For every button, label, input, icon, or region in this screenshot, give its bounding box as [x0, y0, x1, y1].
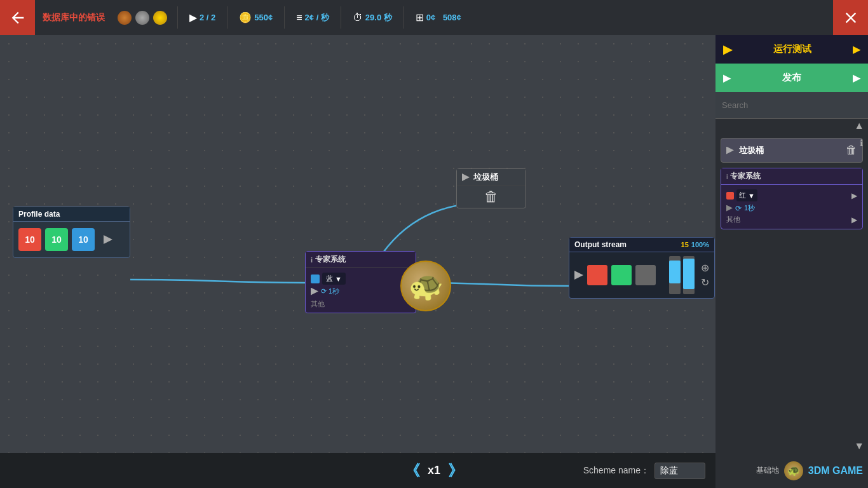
separator5 — [403, 6, 404, 29]
profile-play-button[interactable] — [104, 235, 112, 244]
gold-medal — [153, 11, 167, 25]
separator — [177, 6, 178, 29]
output-green-block — [611, 265, 632, 285]
panel-timer-val: 1秒 — [744, 203, 755, 213]
mascot-character: 🐢 — [400, 261, 451, 311]
output-gray-block — [635, 265, 656, 285]
topbar-right — [833, 0, 868, 35]
trash-node-header: 垃圾桶 — [457, 169, 526, 186]
canvas-area[interactable]: Profile data 10 10 10 i 专家系统 蓝 ▼ — [0, 35, 715, 453]
panel-expert-info: i — [726, 173, 728, 180]
slider-bar-2 — [683, 256, 695, 294]
expert-color-indicator — [311, 274, 320, 283]
zoom-increase-button[interactable]: 》 — [448, 461, 463, 481]
panel-expert-body: 红 ▼ ▶ ⟳ 1秒 其他 ▶ — [721, 185, 862, 229]
profile-val-blue: 10 — [72, 228, 95, 251]
scroll-down-button[interactable]: ▼ — [715, 439, 868, 453]
stat-coins: 🪙 550¢ — [233, 11, 279, 24]
logo-3dm-text: 3DM GAME — [808, 465, 863, 477]
panel-expert-color-dot — [726, 192, 734, 200]
logo-base-text: 基础地 — [756, 465, 779, 476]
expert-color-dropdown[interactable]: 蓝 ▼ — [322, 273, 346, 285]
bottombar: 《 x1 》 Scheme name： 基础地 🐢 3DM GAME — [0, 453, 868, 488]
scheme-name-area: Scheme name： — [573, 453, 715, 488]
bronze-medal — [118, 11, 132, 25]
expert-play-button[interactable] — [311, 288, 318, 295]
panel-info-icon[interactable]: ℹ — [860, 138, 863, 148]
profile-node-header: Profile data — [13, 207, 130, 222]
panel-trash-card: 垃圾桶 🗑 — [721, 138, 863, 163]
exit-button[interactable] — [833, 0, 868, 35]
zoom-level: x1 — [428, 464, 440, 477]
output-node-body: ⊕ ↻ — [569, 252, 714, 298]
output-sliders — [669, 256, 695, 294]
search-input[interactable] — [722, 100, 862, 110]
expert-info-icon: i — [311, 256, 313, 264]
panel-expert-arrow[interactable]: ▶ — [851, 191, 857, 200]
refresh-icon[interactable]: ↻ — [701, 276, 709, 288]
run-test-button[interactable]: ▶ 运行测试 ▶ — [715, 35, 868, 64]
zoom-decrease-button[interactable]: 《 — [405, 461, 420, 481]
run-test-label: 运行测试 — [773, 43, 811, 55]
output-stats: 15 100% — [681, 241, 709, 248]
panel-trash-icon: 🗑 — [846, 144, 857, 157]
expert-color-row: 蓝 ▼ — [311, 273, 410, 285]
topbar: 数据库中的错误 ▶ 2 / 2 🪙 550¢ ≡ 2¢ / 秒 ⏱ 29.0 秒… — [0, 0, 868, 35]
logo-mascot: 🐢 — [784, 461, 803, 480]
panel-timer-row: ⟳ 1秒 — [726, 203, 857, 213]
panel-expert-card: i 专家系统 红 ▼ ▶ ⟳ 1秒 — [721, 168, 863, 229]
trash-node: 垃圾桶 🗑 — [456, 168, 526, 208]
expert-timer: ⟳ 1秒 — [321, 287, 339, 296]
mascot-face: 🐢 — [409, 269, 444, 302]
profile-val-green: 10 — [45, 228, 68, 251]
output-stream-node: Output stream 15 100% ⊕ ↻ — [569, 237, 715, 299]
run-play-icon-right: ▶ — [853, 44, 860, 55]
timer-icon: ⏱ — [353, 12, 363, 24]
silver-medal — [135, 11, 149, 25]
back-button[interactable] — [0, 0, 35, 35]
zoom-nav: 《 x1 》 — [405, 461, 463, 481]
output-icon-area: ⊕ ↻ — [701, 262, 709, 288]
expert-other-label: 其他 — [311, 298, 410, 310]
stat-cost: ⊞ 0¢ 508¢ — [409, 11, 468, 24]
separator4 — [341, 6, 341, 29]
panel-scroll-area[interactable]: ℹ 垃圾桶 🗑 i 专家系统 红 ▼ — [715, 133, 868, 439]
profile-dots: 10 10 10 — [13, 222, 130, 257]
expert-node-header: i 专家系统 — [306, 252, 416, 268]
scroll-up-button[interactable]: ▲ — [715, 119, 868, 133]
trash-play-button[interactable] — [462, 173, 470, 181]
bottom-logo: 基础地 🐢 3DM GAME — [715, 453, 868, 488]
publish-label: 发布 — [782, 72, 801, 84]
waves-icon: ▶ — [189, 11, 197, 24]
cost-icon: ⊞ — [416, 11, 424, 24]
search-area — [715, 92, 868, 119]
layers-icon[interactable]: ⊕ — [701, 262, 709, 274]
panel-expert-dropdown[interactable]: 红 ▼ — [736, 189, 757, 201]
panel-trash-play[interactable] — [726, 147, 734, 154]
slider-bar-1 — [669, 256, 681, 294]
publish-button[interactable]: ▶ 发布 ▶ — [715, 64, 868, 92]
panel-expert-color-row: 红 ▼ ▶ — [726, 189, 857, 201]
stat-timer: ⏱ 29.0 秒 — [346, 12, 398, 24]
panel-trash-title: 垃圾桶 — [739, 145, 764, 156]
page-title: 数据库中的错误 — [35, 12, 112, 24]
run-play-icon: ▶ — [723, 43, 732, 57]
separator3 — [284, 6, 285, 29]
output-node-header: Output stream 15 100% — [569, 238, 714, 252]
right-panel: ▶ 运行测试 ▶ ▶ 发布 ▶ ▲ ℹ 垃圾桶 🗑 i 专家系统 — [715, 35, 868, 453]
scheme-label: Scheme name： — [583, 465, 649, 477]
income-icon: ≡ — [296, 12, 302, 24]
publish-play-icon-right: ▶ — [853, 72, 860, 84]
profile-val-red: 10 — [18, 228, 41, 251]
expert-system-node: i 专家系统 蓝 ▼ ⟳ 1秒 其他 — [305, 251, 416, 313]
expert-play-row: ⟳ 1秒 — [311, 287, 410, 296]
output-play-button[interactable] — [574, 271, 583, 280]
panel-other-arrow[interactable]: ▶ — [851, 215, 857, 224]
scheme-name-input[interactable] — [654, 463, 705, 479]
panel-timer-play[interactable] — [726, 205, 733, 212]
panel-other-row: 其他 ▶ — [726, 215, 857, 224]
stat-income: ≡ 2¢ / 秒 — [290, 12, 336, 24]
profile-data-node: Profile data 10 10 10 — [13, 207, 130, 258]
output-red-block — [587, 265, 607, 285]
separator2 — [227, 6, 227, 29]
